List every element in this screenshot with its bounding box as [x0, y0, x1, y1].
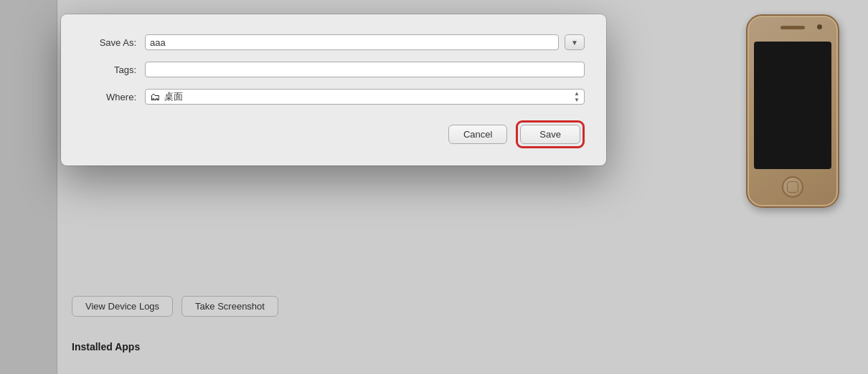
stepper-up-icon: ▲	[574, 91, 580, 97]
tags-row: Tags:	[82, 62, 585, 77]
save-as-dropdown-button[interactable]: ▼	[565, 34, 585, 50]
stepper-down-icon: ▼	[574, 97, 580, 103]
cancel-button[interactable]: Cancel	[448, 125, 507, 144]
save-as-wrapper: ▼	[145, 34, 585, 50]
where-value: 桌面	[164, 90, 570, 103]
save-as-row: Save As: ▼	[82, 34, 585, 50]
tags-input[interactable]	[145, 62, 585, 77]
save-button-highlight: Save	[516, 120, 585, 148]
tags-label: Tags:	[82, 64, 136, 75]
save-as-input[interactable]	[145, 34, 559, 50]
chevron-down-icon: ▼	[571, 39, 578, 47]
where-dropdown[interactable]: 🗂 桌面 ▲ ▼	[145, 89, 585, 105]
dialog-buttons: Cancel Save	[82, 120, 585, 148]
where-stepper[interactable]: ▲ ▼	[574, 91, 580, 103]
where-label: Where:	[82, 92, 136, 102]
where-row: Where: 🗂 桌面 ▲ ▼	[82, 89, 585, 105]
save-button[interactable]: Save	[520, 125, 580, 144]
folder-icon: 🗂	[150, 91, 160, 102]
save-as-label: Save As:	[82, 37, 136, 48]
save-dialog: Save As: ▼ Tags: Where: 🗂 桌面 ▲ ▼ Cancel …	[61, 14, 606, 166]
